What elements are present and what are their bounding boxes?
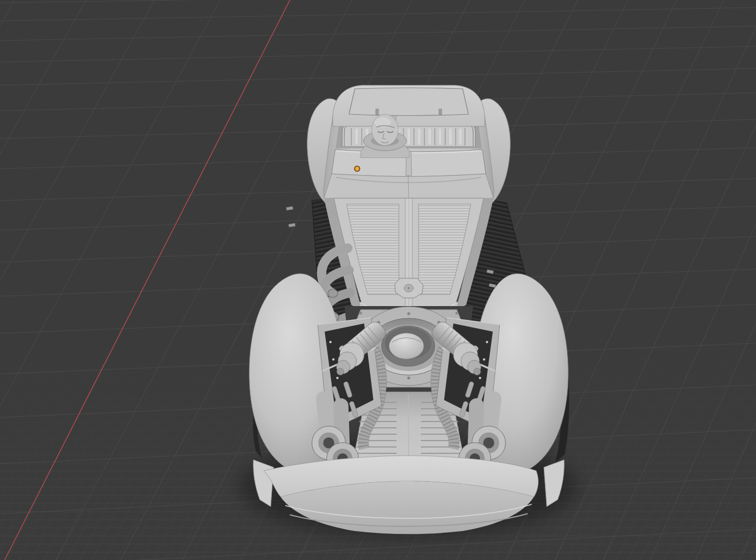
viewport-3d[interactable] (0, 0, 756, 560)
object-origin-point[interactable] (355, 166, 360, 172)
nose-cone[interactable] (389, 333, 424, 359)
hood-emblem (395, 278, 423, 298)
sunroof-panel[interactable] (349, 88, 468, 116)
cowl[interactable] (324, 174, 493, 198)
